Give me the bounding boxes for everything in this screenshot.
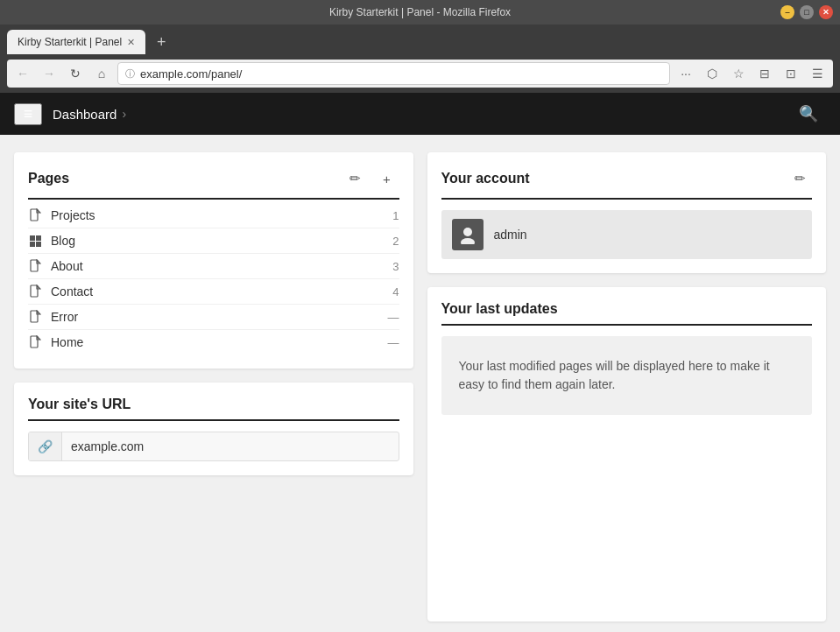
- pocket-button[interactable]: ⬡: [702, 63, 723, 84]
- search-button[interactable]: 🔍: [791, 96, 826, 131]
- page-icon-doc: [28, 335, 42, 349]
- main-content: Pages ✏ + Projects 1 Blog: [0, 135, 840, 632]
- account-card: Your account ✏ admin: [427, 152, 827, 273]
- account-title: Your account: [441, 171, 530, 186]
- active-tab[interactable]: Kirby Starterkit | Panel ✕: [7, 30, 145, 54]
- library-button[interactable]: ⊟: [754, 63, 775, 84]
- pages-title: Pages: [28, 171, 69, 186]
- page-name: Projects: [51, 208, 392, 222]
- updates-divider: [441, 324, 813, 326]
- url-card-header: Your site's URL: [28, 397, 399, 412]
- tab-bar: Kirby Starterkit | Panel ✕ +: [7, 30, 833, 54]
- back-button[interactable]: ←: [12, 63, 33, 84]
- pages-card-header: Pages ✏ +: [28, 166, 399, 191]
- forward-button[interactable]: →: [39, 63, 60, 84]
- titlebar-title: Kirby Starterkit | Panel - Mozilla Firef…: [329, 6, 511, 18]
- close-button[interactable]: ✕: [819, 5, 833, 19]
- pages-divider: [28, 198, 399, 200]
- page-name: Home: [51, 335, 388, 349]
- new-tab-button[interactable]: +: [149, 30, 173, 54]
- breadcrumb: Dashboard ›: [53, 107, 126, 122]
- tab-close-icon[interactable]: ✕: [127, 37, 135, 48]
- page-list: Projects 1 Blog 2 About 3 Contact 4: [28, 203, 399, 355]
- page-icon-doc: [28, 208, 42, 222]
- overflow-button[interactable]: ···: [675, 63, 696, 84]
- address-bar[interactable]: ⓘ example.com/panel/: [117, 62, 670, 85]
- left-panel: Pages ✏ + Projects 1 Blog: [14, 152, 413, 621]
- url-input[interactable]: [62, 432, 399, 460]
- page-name: Contact: [51, 284, 392, 298]
- nav-bar: ← → ↻ ⌂ ⓘ example.com/panel/ ··· ⬡ ☆ ⊟ ⊡…: [7, 60, 833, 88]
- page-icon-doc: [28, 284, 42, 298]
- page-name: Error: [51, 310, 388, 324]
- svg-point-6: [461, 238, 475, 244]
- home-button[interactable]: ⌂: [91, 63, 112, 84]
- page-count: —: [388, 336, 399, 349]
- url-card: Your site's URL 🔗: [14, 383, 413, 475]
- refresh-button[interactable]: ↻: [65, 63, 86, 84]
- page-count: 3: [392, 260, 399, 273]
- bookmark-button[interactable]: ☆: [728, 63, 749, 84]
- page-icon-grid: [28, 235, 42, 247]
- right-panel: Your account ✏ admin: [427, 152, 827, 621]
- updates-card: Your last updates Your last modified pag…: [427, 287, 827, 621]
- page-icon-doc: [28, 259, 42, 273]
- account-card-header: Your account ✏: [441, 166, 813, 191]
- page-list-item[interactable]: About 3: [28, 254, 399, 279]
- page-list-item[interactable]: Blog 2: [28, 228, 399, 254]
- minimize-button[interactable]: –: [780, 5, 794, 19]
- updates-placeholder-text: Your last modified pages will be display…: [459, 359, 770, 391]
- synctabs-button[interactable]: ⊡: [780, 63, 801, 84]
- page-list-item[interactable]: Projects 1: [28, 203, 399, 228]
- page-icon-doc: [28, 310, 42, 324]
- account-item[interactable]: admin: [441, 210, 813, 259]
- menu-button[interactable]: ☰: [807, 63, 828, 84]
- url-link-icon: 🔗: [29, 432, 62, 460]
- page-list-item[interactable]: Home —: [28, 330, 399, 355]
- pages-edit-button[interactable]: ✏: [343, 166, 368, 191]
- avatar: [452, 219, 484, 250]
- pages-add-button[interactable]: +: [375, 166, 399, 191]
- url-input-wrapper: 🔗: [28, 432, 399, 461]
- account-edit-button[interactable]: ✏: [787, 166, 812, 191]
- url-title: Your site's URL: [28, 397, 131, 412]
- window-controls: – □ ✕: [780, 5, 833, 19]
- topbar: ≡ Dashboard › 🔍: [0, 93, 840, 135]
- pages-card-actions: ✏ +: [343, 166, 399, 191]
- page-list-item[interactable]: Contact 4: [28, 279, 399, 305]
- url-divider: [28, 419, 399, 421]
- security-icon: ⓘ: [125, 67, 135, 81]
- page-list-item[interactable]: Error —: [28, 305, 399, 330]
- breadcrumb-dashboard: Dashboard: [53, 107, 116, 122]
- updates-card-header: Your last updates: [441, 301, 813, 317]
- browser-chrome: Kirby Starterkit | Panel ✕ + ← → ↻ ⌂ ⓘ e…: [0, 25, 840, 93]
- pages-card: Pages ✏ + Projects 1 Blog: [14, 152, 413, 369]
- page-count: 1: [392, 209, 399, 222]
- topbar-left: ≡ Dashboard ›: [14, 103, 126, 125]
- page-count: 4: [392, 285, 399, 298]
- svg-point-5: [463, 228, 472, 236]
- account-divider: [441, 198, 813, 200]
- breadcrumb-separator: ›: [122, 107, 126, 121]
- titlebar: Kirby Starterkit | Panel - Mozilla Firef…: [0, 0, 840, 25]
- maximize-button[interactable]: □: [800, 5, 814, 19]
- updates-placeholder: Your last modified pages will be display…: [441, 336, 813, 415]
- search-icon: 🔍: [799, 104, 818, 123]
- hamburger-button[interactable]: ≡: [14, 103, 42, 125]
- account-username: admin: [494, 228, 527, 242]
- account-card-actions: ✏: [787, 166, 812, 191]
- tab-title: Kirby Starterkit | Panel: [18, 36, 122, 48]
- app: ≡ Dashboard › 🔍 Pages ✏ +: [0, 93, 840, 632]
- page-count: 2: [392, 235, 399, 248]
- address-text: example.com/panel/: [140, 67, 662, 81]
- updates-title: Your last updates: [441, 301, 558, 317]
- page-count: —: [388, 311, 399, 324]
- page-name: Blog: [51, 234, 392, 248]
- page-name: About: [51, 259, 392, 273]
